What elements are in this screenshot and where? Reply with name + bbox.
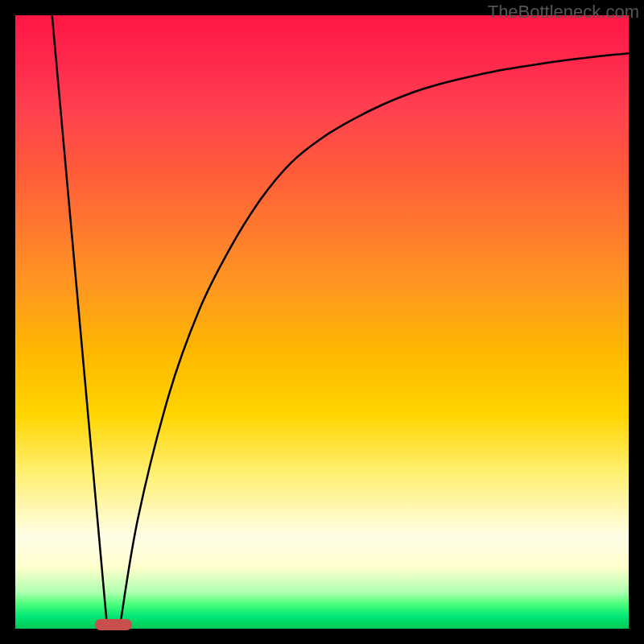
chart-container: TheBottleneck.com [0,0,644,644]
chart-left-line [52,15,108,629]
plot-area [15,15,629,629]
chart-svg [15,15,629,629]
watermark-text: TheBottleneck.com [488,2,639,23]
chart-right-curve [120,53,630,629]
bottleneck-marker [95,619,132,630]
